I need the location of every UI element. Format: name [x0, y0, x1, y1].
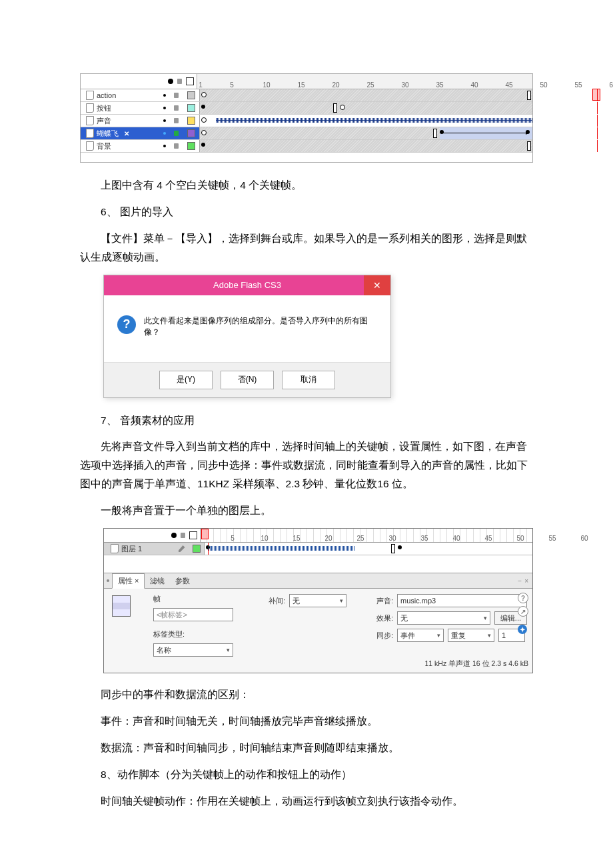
help-icon[interactable]: ? — [518, 593, 528, 603]
close-button[interactable]: ✕ — [364, 275, 390, 295]
dialog-message: 此文件看起来是图像序列的组成部分。是否导入序列中的所有图像？ — [144, 315, 377, 338]
keyframe[interactable] — [440, 130, 444, 134]
tick-label: 25 — [356, 535, 364, 542]
blank-keyframe[interactable] — [340, 105, 345, 110]
keyframe[interactable] — [201, 105, 205, 109]
no-button[interactable]: 否(N) — [221, 371, 274, 389]
frame-end — [527, 91, 531, 100]
layer-name: 蝴蝶飞 — [97, 129, 119, 139]
repeat-select[interactable]: 重复▾ — [448, 629, 494, 642]
pencil-icon — [179, 545, 185, 552]
tick-label: 20 — [332, 81, 339, 89]
tick-label: 45 — [505, 81, 512, 89]
layer-name: 声音 — [97, 116, 111, 126]
layer-icon — [86, 141, 94, 151]
frame-end — [333, 103, 337, 113]
motion-tween[interactable] — [440, 127, 532, 139]
layer-row[interactable]: action — [81, 89, 532, 102]
frame-label-input[interactable]: <帧标签> — [153, 608, 233, 621]
layer-row[interactable]: 按钮 — [81, 102, 532, 115]
properties-panel: 5 10 15 20 25 30 35 40 45 50 55 60 图层 1 — [103, 528, 533, 673]
tick-label: 35 — [436, 81, 443, 89]
tag-type-label: 标签类型: — [153, 629, 240, 639]
audio-waveform — [209, 546, 355, 551]
question-icon: ? — [117, 315, 136, 334]
frame-end — [527, 141, 531, 151]
tick-label: 55 — [548, 535, 556, 542]
frame-end — [391, 544, 395, 553]
chevron-down-icon: ▾ — [488, 632, 491, 639]
visibility-icon — [171, 533, 177, 538]
tick-label: 25 — [366, 81, 374, 89]
minimize-icon[interactable]: − — [518, 577, 522, 585]
layer-row-selected[interactable]: 蝴蝶飞✕ — [81, 127, 532, 140]
tick-label: 50 — [516, 535, 524, 542]
sync-label: 同步: — [366, 631, 393, 641]
layer-name: 图层 1 — [121, 544, 142, 554]
audio-waveform — [216, 118, 532, 123]
color-swatch[interactable] — [187, 142, 195, 150]
sync-select[interactable]: 事件▾ — [397, 629, 444, 642]
effect-select[interactable]: 无▾ — [397, 611, 490, 625]
tab-properties[interactable]: 属性 × — [112, 573, 145, 589]
timeline-panel: 1 5 10 15 20 25 30 35 40 45 50 55 60 act… — [80, 73, 533, 163]
color-swatch[interactable] — [187, 129, 195, 137]
yes-button[interactable]: 是(Y) — [159, 371, 213, 389]
tick-label: 10 — [261, 535, 268, 542]
chevron-down-icon: ▾ — [227, 647, 230, 653]
tab-params[interactable]: 参数 — [170, 574, 195, 588]
color-swatch[interactable] — [187, 104, 195, 112]
tag-type-select[interactable]: 名称▾ — [153, 643, 233, 657]
lock-icon — [177, 79, 182, 84]
tick-label: 55 — [574, 81, 582, 89]
layer-icon — [111, 544, 119, 553]
body-text: 同步中的事件和数据流的区别： — [80, 685, 533, 704]
color-swatch[interactable] — [187, 117, 195, 125]
body-text: 【文件】菜单－【导入】，选择到舞台或库。如果导入的是一系列相关的图形，选择是则默… — [80, 229, 533, 267]
dialog-title: Adobe Flash CS3 — [213, 280, 281, 290]
layer-row[interactable]: 图层 1 — [104, 543, 532, 555]
lock-icon[interactable] — [174, 131, 179, 136]
blank-keyframe[interactable] — [201, 130, 207, 135]
lock-icon[interactable] — [174, 118, 179, 123]
sound-select[interactable]: music.mp3▾ — [397, 594, 527, 607]
keyframe[interactable] — [201, 143, 205, 147]
blank-keyframe[interactable] — [201, 92, 207, 97]
layer-name: 按钮 — [97, 103, 111, 113]
star-icon[interactable]: ✦ — [518, 625, 527, 634]
layer-icon — [86, 91, 94, 100]
playhead[interactable] — [592, 89, 600, 101]
keyframe[interactable] — [398, 545, 402, 549]
tween-select[interactable]: 无▾ — [289, 594, 346, 607]
outline-icon — [186, 77, 194, 85]
tab-filters[interactable]: 滤镜 — [145, 574, 170, 588]
tick-label: 10 — [263, 81, 270, 89]
tick-label: 45 — [484, 535, 492, 542]
close-icon[interactable]: × — [524, 577, 528, 585]
body-text: 6、 图片的导入 — [80, 203, 533, 221]
timeline-ruler[interactable]: 5 10 15 20 25 30 35 40 45 50 55 60 — [201, 529, 532, 542]
chevron-down-icon: ▾ — [437, 632, 440, 639]
lock-icon[interactable] — [174, 143, 179, 149]
blank-keyframe[interactable] — [201, 117, 207, 123]
import-dialog: Adobe Flash CS3 ✕ ? 此文件看起来是图像序列的组成部分。是否导… — [103, 275, 391, 398]
tick-label: 5 — [231, 535, 235, 542]
cancel-button[interactable]: 取消 — [282, 371, 335, 389]
sound-label: 声音: — [366, 596, 393, 606]
keyframe[interactable] — [526, 130, 530, 134]
effect-label: 效果: — [366, 613, 393, 623]
layer-row[interactable]: 声音 — [81, 115, 532, 127]
frame-icon — [112, 595, 131, 617]
color-swatch[interactable] — [193, 545, 201, 553]
layer-icon — [86, 116, 94, 125]
frame-end — [433, 129, 437, 138]
color-swatch[interactable] — [187, 91, 195, 99]
tick-label: 15 — [297, 81, 305, 89]
lock-icon[interactable] — [174, 105, 179, 111]
body-text: 上图中含有 4 个空白关键帧，4 个关键帧。 — [80, 176, 533, 195]
layer-row[interactable]: 背景 — [81, 140, 532, 153]
tick-label: 30 — [388, 535, 396, 542]
link-icon[interactable]: ↗ — [518, 606, 528, 617]
lock-icon[interactable] — [174, 93, 179, 98]
playhead[interactable] — [201, 529, 209, 539]
